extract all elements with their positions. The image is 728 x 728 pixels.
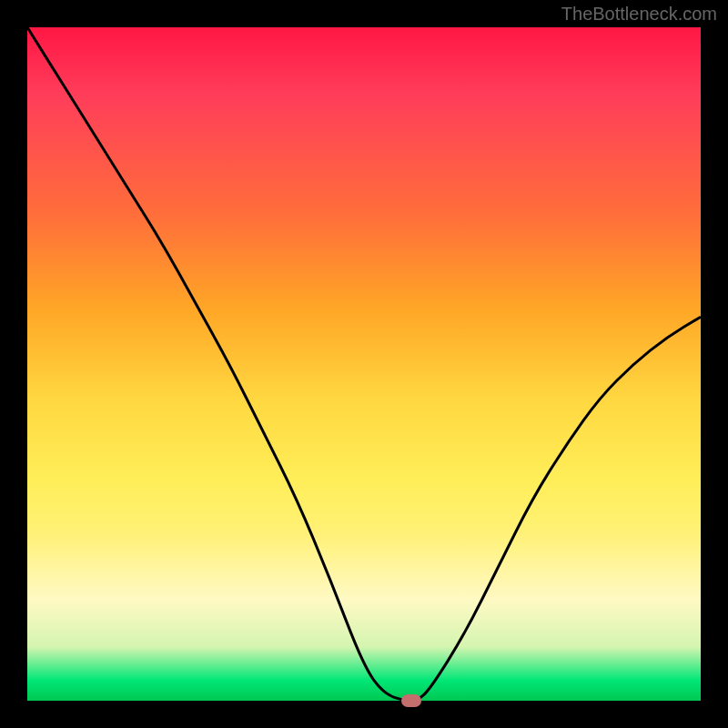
bottleneck-curve <box>27 27 701 701</box>
optimal-point-marker <box>401 694 421 707</box>
chart-area <box>27 27 701 701</box>
watermark-text: TheBottleneck.com <box>561 4 717 25</box>
